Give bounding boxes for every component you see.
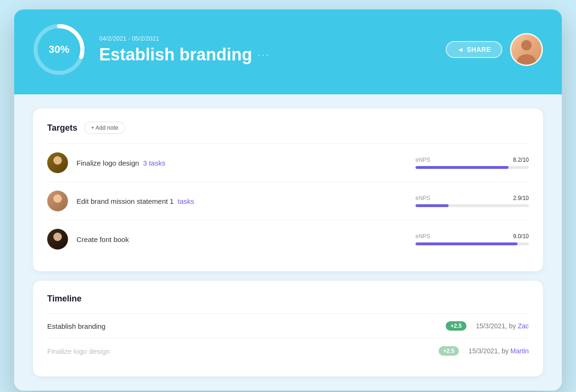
- progress-bar-bg: [415, 166, 529, 169]
- timeline-item: Establish branding +2.5 15/3/2021, by Za…: [47, 313, 529, 338]
- metric-label: eNPS: [415, 233, 430, 240]
- timeline-card-header: Timeline: [47, 294, 529, 304]
- targets-card: Targets + Add note Finalize logo design …: [33, 108, 543, 271]
- timeline-user-link[interactable]: Zac: [518, 322, 529, 330]
- timeline-item-name: Finalize logo design: [47, 347, 433, 355]
- timeline-date: 15/3/2021, by Martin: [459, 347, 529, 355]
- progress-label: 30%: [49, 43, 69, 56]
- header-info: 04/2/2021 - 05/2/2021 Establish branding…: [99, 35, 432, 65]
- main-content: Targets + Add note Finalize logo design …: [14, 94, 562, 391]
- share-icon: ◄: [457, 46, 464, 53]
- header-date: 04/2/2021 - 05/2/2021: [99, 35, 432, 42]
- timeline-badge: +2.5: [446, 321, 466, 331]
- share-button[interactable]: ◄ SHARE: [446, 41, 502, 58]
- progress-bar-fill: [415, 166, 508, 169]
- progress-bar-fill: [415, 242, 517, 245]
- progress-bar-fill: [415, 204, 449, 207]
- avatar: [47, 191, 68, 211]
- target-text: Finalize logo design 3 tasks: [76, 159, 415, 167]
- target-metric: eNPS 9.0/10: [415, 233, 529, 245]
- timeline-item: Finalize logo design +2.5 15/3/2021, by …: [47, 338, 529, 363]
- page-title: Establish branding: [99, 45, 252, 65]
- metric-label: eNPS: [415, 195, 430, 201]
- target-text: Create font book: [76, 235, 415, 243]
- targets-title: Targets: [47, 123, 77, 133]
- header-title-row: Establish branding ···: [99, 45, 432, 65]
- metric-label-row: eNPS 2.9/10: [415, 195, 529, 201]
- progress-bar-bg: [415, 204, 529, 207]
- avatar: [47, 152, 68, 173]
- add-note-button[interactable]: + Add note: [84, 122, 126, 134]
- target-metric: eNPS 8.2/10: [415, 157, 529, 169]
- timeline-badge: +2.5: [439, 346, 459, 356]
- targets-card-header: Targets + Add note: [47, 122, 529, 134]
- target-metric: eNPS 2.9/10: [415, 195, 529, 207]
- metric-label-row: eNPS 9.0/10: [415, 233, 529, 240]
- metric-value: 8.2/10: [513, 157, 529, 163]
- timeline-title: Timeline: [47, 294, 82, 304]
- target-item: Finalize logo design 3 tasks eNPS 8.2/10: [47, 143, 529, 182]
- tasks-link[interactable]: 3 tasks: [143, 159, 166, 167]
- timeline-card: Timeline Establish branding +2.5 15/3/20…: [33, 281, 543, 376]
- metric-label: eNPS: [415, 157, 430, 163]
- target-item: Edit brand mission statement 1 tasks eNP…: [47, 182, 529, 220]
- more-options-button[interactable]: ···: [258, 49, 270, 60]
- progress-circle: 30%: [33, 24, 85, 75]
- timeline-user-link[interactable]: Martin: [510, 347, 529, 355]
- metric-label-row: eNPS 8.2/10: [415, 157, 529, 163]
- metric-value: 2.9/10: [513, 195, 529, 201]
- header-actions: ◄ SHARE: [446, 33, 543, 66]
- app-container: 30% 04/2/2021 - 05/2/2021 Establish bran…: [14, 9, 562, 391]
- avatar[interactable]: [510, 33, 543, 66]
- metric-value: 9.0/10: [513, 233, 529, 240]
- target-item: Create font book eNPS 9.0/10: [47, 220, 529, 258]
- target-text: Edit brand mission statement 1 tasks: [76, 197, 415, 205]
- timeline-date: 15/3/2021, by Zac: [466, 322, 529, 330]
- share-label: SHARE: [466, 46, 491, 53]
- timeline-item-name: Establish branding: [47, 322, 440, 330]
- progress-bar-bg: [415, 242, 529, 245]
- avatar: [47, 229, 68, 250]
- header: 30% 04/2/2021 - 05/2/2021 Establish bran…: [14, 9, 562, 94]
- avatar-image: [511, 33, 542, 66]
- tasks-link[interactable]: tasks: [178, 197, 194, 205]
